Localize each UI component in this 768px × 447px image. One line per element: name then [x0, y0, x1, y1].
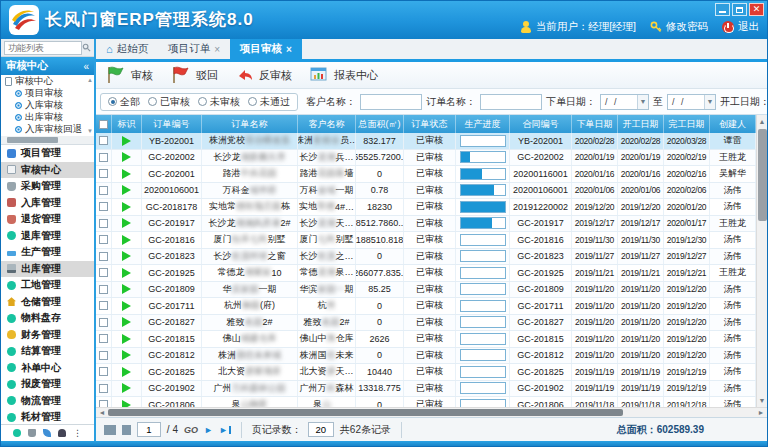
table-row[interactable]: GC-201827雅致名园2#雅致名园2#0已审核GC-2018272019/1…: [96, 315, 756, 332]
module-cart-icon[interactable]: [28, 429, 36, 437]
filter-radio[interactable]: 未审核: [198, 95, 240, 109]
row-checkbox[interactable]: [99, 268, 108, 277]
table-row[interactable]: YB-202001株洲党校综合楼改造株洲党校全员…832.177已审核YB-20…: [96, 133, 756, 150]
tab-active[interactable]: 项目审核×: [230, 39, 302, 59]
row-checkbox[interactable]: [99, 301, 108, 310]
row-checkbox[interactable]: [99, 186, 108, 195]
change-password-button[interactable]: 修改密码: [650, 20, 708, 34]
table-row[interactable]: GC-201816厦门恒禾七尚别墅厦门七尚别墅188510.818已审核GC-2…: [96, 232, 756, 249]
tab-item[interactable]: ⌂起始页: [96, 39, 158, 59]
page-number-input[interactable]: [137, 422, 161, 437]
table-row[interactable]: GC-201806泉山御景泉山…0已审核GC-2018062019/11/182…: [96, 397, 756, 407]
sidebar-item[interactable]: 物流管理: [1, 393, 94, 410]
row-checkbox[interactable]: [99, 351, 108, 360]
report-center-button[interactable]: 报表中心: [310, 67, 378, 84]
unapprove-button[interactable]: 反审核: [236, 67, 292, 83]
row-checkbox[interactable]: [99, 235, 108, 244]
horizontal-scrollbar[interactable]: ◄ ►: [96, 407, 767, 417]
sidebar-item[interactable]: 退货管理: [1, 211, 94, 228]
sidebar-item[interactable]: 补单中心: [1, 360, 94, 377]
scroll-down-icon[interactable]: ▼: [759, 394, 766, 407]
column-header[interactable]: 创建人: [710, 115, 756, 133]
row-checkbox[interactable]: [99, 169, 108, 178]
table-row[interactable]: GC-201825北大资源紫境府北大资源天…10440已审核GC-2018252…: [96, 364, 756, 381]
sidebar-item[interactable]: 出库管理: [1, 261, 94, 278]
module-dot-icon[interactable]: [13, 429, 21, 437]
tab-item[interactable]: 项目订单×: [158, 39, 230, 59]
tree-hscrollbar[interactable]: [1, 136, 94, 144]
hscroll-thumb[interactable]: [108, 409, 623, 416]
sidebar-item[interactable]: 结算管理: [1, 343, 94, 360]
scroll-left-icon[interactable]: ◄: [96, 409, 108, 416]
sidebar-item[interactable]: 财务管理: [1, 327, 94, 344]
column-header[interactable]: 完工日期: [664, 115, 710, 133]
row-checkbox[interactable]: [99, 252, 108, 261]
customer-name-input[interactable]: [360, 94, 422, 110]
sidebar-item[interactable]: 仓储管理: [1, 294, 94, 311]
table-row[interactable]: GC-201815佛山城建仓库佛山中海仓库2626已审核GC-201815201…: [96, 331, 756, 348]
column-header[interactable]: 合同编号: [510, 115, 572, 133]
more-options-icon[interactable]: ⋮: [73, 429, 82, 437]
go-button[interactable]: GO: [184, 425, 198, 435]
row-checkbox[interactable]: [99, 318, 108, 327]
sidebar-item[interactable]: 审核中心: [1, 162, 94, 179]
maximize-button[interactable]: [732, 3, 747, 16]
row-checkbox[interactable]: [99, 219, 108, 228]
table-row[interactable]: GC-201925常德龙湖紫宸10常德龙湖泉…266077.835..已审核GC…: [96, 265, 756, 282]
tree-node[interactable]: 项目审核: [1, 87, 94, 99]
chevron-down-icon[interactable]: ▼: [637, 95, 648, 109]
chevron-down-icon[interactable]: ▼: [704, 95, 715, 109]
filter-radio[interactable]: 已审核: [148, 95, 190, 109]
sidebar-item[interactable]: 生产管理: [1, 244, 94, 261]
column-header[interactable]: 标识: [112, 115, 142, 133]
table-row[interactable]: GC-2018178实地常德玫瑰庄园栋实地常德4#…18230已审核201912…: [96, 199, 756, 216]
tree-node[interactable]: 出库审核: [1, 111, 94, 123]
sidebar-item[interactable]: 报废管理: [1, 376, 94, 393]
column-header[interactable]: 下单日期: [572, 115, 618, 133]
sidebar-item[interactable]: 退库管理: [1, 228, 94, 245]
last-page-button[interactable]: ►: [219, 425, 231, 435]
logout-button[interactable]: 退出: [722, 20, 759, 34]
module-person-icon[interactable]: [58, 429, 66, 437]
page-size-input[interactable]: [308, 422, 334, 437]
sidebar-panel-header[interactable]: 审核中心 «: [1, 57, 94, 75]
next-page-button[interactable]: ►: [204, 425, 213, 435]
scroll-right-icon[interactable]: ►: [755, 409, 767, 416]
column-header[interactable]: 生产进度: [456, 115, 510, 133]
table-row[interactable]: GC-202001路港中央花园路港花园幕墙0已审核202001160012020…: [96, 166, 756, 183]
sidebar-item[interactable]: 工地管理: [1, 277, 94, 294]
filter-radio[interactable]: 全部: [108, 95, 140, 109]
table-row[interactable]: GC-201711杭州御园(府)杭州0已审核GC-2017112019/11/2…: [96, 298, 756, 315]
vertical-scrollbar[interactable]: ▲ ▼: [756, 115, 767, 407]
vscroll-thumb[interactable]: [758, 129, 767, 221]
row-checkbox[interactable]: [99, 334, 108, 343]
close-button[interactable]: ✕: [749, 3, 764, 16]
row-checkbox[interactable]: [99, 136, 108, 145]
order-date-to-picker[interactable]: / / ▼: [667, 94, 716, 110]
scroll-up-icon[interactable]: ▲: [87, 77, 93, 83]
tree-node[interactable]: 入库审核: [1, 99, 94, 111]
table-row[interactable]: GC-201823长沙世茂环球之窗长沙世茂之…0已审核GC-2018232019…: [96, 249, 756, 266]
column-header[interactable]: 客户名称: [298, 115, 356, 133]
function-search-input[interactable]: [4, 41, 82, 55]
filter-radio[interactable]: 未通过: [248, 95, 290, 109]
table-row[interactable]: GC-201902广州万科森林公园广州万科森林13318.775已审核GC-20…: [96, 381, 756, 398]
tab-close-icon[interactable]: ×: [214, 44, 220, 55]
table-row[interactable]: GC-201809华滨家园一期华滨家园一期85.25已审核GC-20180920…: [96, 282, 756, 299]
column-header[interactable]: 订单状态: [404, 115, 456, 133]
reject-button[interactable]: 驳回: [171, 66, 218, 84]
tree-node-root[interactable]: 审核中心: [1, 75, 94, 87]
row-checkbox[interactable]: [99, 384, 108, 393]
row-checkbox[interactable]: [99, 367, 108, 376]
row-checkbox[interactable]: [99, 400, 108, 407]
module-leaf-icon[interactable]: [43, 429, 51, 437]
column-header[interactable]: [96, 115, 112, 133]
scroll-up-icon[interactable]: ▲: [759, 115, 766, 128]
order-name-input[interactable]: [480, 94, 542, 110]
approve-button[interactable]: 审核: [106, 66, 153, 84]
order-date-from-picker[interactable]: / / ▼: [600, 94, 649, 110]
collapse-icon[interactable]: «: [83, 61, 89, 72]
column-header[interactable]: 开工日期: [618, 115, 664, 133]
row-checkbox[interactable]: [99, 153, 108, 162]
table-row[interactable]: GC-202002长沙龙湖景粼天序长沙龙湖兵…65525.7200..已审核GC…: [96, 150, 756, 167]
